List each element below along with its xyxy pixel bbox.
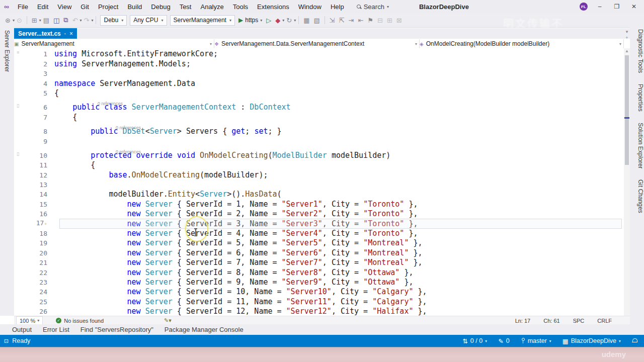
find-in-files-icon[interactable]: ▦ <box>301 17 311 24</box>
code-line[interactable]: 2using ServerManagement.Models; <box>14 59 624 68</box>
solution-platform-select-caret-icon[interactable]: ▾ <box>162 18 164 23</box>
start-debugging-button[interactable]: ▶ https ▾ <box>238 17 262 24</box>
menu-extensions[interactable]: Extensions <box>253 3 294 11</box>
menu-window[interactable]: Window <box>294 3 326 11</box>
notifications-bell-icon[interactable] <box>632 338 637 343</box>
menu-tools[interactable]: Tools <box>228 3 253 11</box>
breadcrumb-method[interactable]: ◈OnModelCreating(ModelBuilder modelBuild… <box>420 39 624 48</box>
solution-configuration-select[interactable]: Debu▾ <box>100 15 127 26</box>
tab-git-changes[interactable]: Git Changes <box>633 179 644 213</box>
start-without-debugging-icon[interactable]: ▷ <box>264 17 273 24</box>
code-line[interactable]: 12 base.OnModelCreating(modelBuilder); <box>14 170 624 179</box>
code-line[interactable]: 9 <box>14 136 624 146</box>
in-code-search-icon[interactable]: ▧ <box>311 17 321 24</box>
code-line[interactable]: ≡1using Microsoft.EntityFrameworkCore; <box>14 49 624 59</box>
code-line[interactable]: 13 <box>14 180 624 190</box>
code-line[interactable]: 4namespace ServerManagement.Data <box>14 78 624 88</box>
hot-reload-icon[interactable]: ◆ <box>273 17 282 24</box>
maximize-button[interactable]: ❐ <box>612 3 622 10</box>
panel-tab-output[interactable]: Output <box>12 326 32 333</box>
panel-tab-package-manager-console[interactable]: Package Manager Console <box>165 326 244 333</box>
git-branch-selector[interactable]: master ▾ <box>521 337 551 344</box>
startup-project-select-caret-icon[interactable]: ▾ <box>229 18 231 23</box>
tab-solution-explorer[interactable]: Solution Explorer <box>633 123 644 168</box>
navigate-forward-icon[interactable]: ⊙ <box>15 17 24 24</box>
breadcrumb-class-caret-icon[interactable]: ▾ <box>415 42 417 46</box>
code-line[interactable]: 21 new Server { ServerId = 7, Name = "Se… <box>14 258 624 267</box>
code-line[interactable]: 24 new Server { ServerId = 10, Name = "S… <box>14 287 624 297</box>
tab-properties[interactable]: Properties <box>633 84 644 112</box>
menu-build[interactable]: Build <box>123 3 146 11</box>
save-all-icon[interactable]: ⧉ <box>61 16 70 24</box>
panel-tab-find-serversrepository-[interactable]: Find "ServersRepository" <box>80 326 153 333</box>
quick-actions-marker-icon[interactable]: ⚬ <box>44 222 47 226</box>
code-line[interactable]: 18 new Server { ServerId = 4, Name = "Se… <box>14 229 624 238</box>
spaces-indicator[interactable]: SPC <box>573 318 585 324</box>
solution-configuration-select-caret-icon[interactable]: ▾ <box>121 18 123 23</box>
restart-icon[interactable]: ↻ <box>284 17 294 24</box>
sync-counts-indicator[interactable]: ⇅ 0 / 0 ▾ <box>462 337 487 345</box>
breadcrumb-method-caret-icon[interactable]: ▾ <box>619 42 621 46</box>
line-indicator[interactable]: Ln: 17 <box>515 318 531 324</box>
uncomment-icon[interactable]: ⇱ <box>337 17 347 24</box>
run-dropdown-caret-icon[interactable]: ▾ <box>260 18 262 23</box>
code-line[interactable]: 11 { <box>14 160 624 170</box>
code-line[interactable]: 0 references▯6 public class ServerManage… <box>14 98 624 112</box>
pending-edits-indicator[interactable]: ✎ 0 <box>498 337 509 345</box>
zoom-select[interactable]: 100 % ▾ <box>16 316 43 325</box>
column-indicator[interactable]: Ch: 61 <box>543 318 559 324</box>
code-line[interactable]: 22 new Server { ServerId = 8, Name = "Se… <box>14 267 624 277</box>
menu-git[interactable]: Git <box>76 3 94 11</box>
outdent-icon[interactable]: ⇤ <box>356 17 365 24</box>
next-bookmark-icon[interactable]: ⊞ <box>385 17 394 24</box>
scrollbar-thumb[interactable] <box>625 55 629 165</box>
search-box[interactable]: Search ▾ <box>357 3 389 11</box>
server-explorer-tab[interactable]: Server Explorer <box>4 30 11 72</box>
prev-bookmark-icon[interactable]: ⊟ <box>375 17 385 24</box>
open-file-icon[interactable]: ▤ <box>41 17 51 24</box>
startup-project-select[interactable]: ServerManagement▾ <box>170 15 235 26</box>
codelens-references[interactable]: 0 references <box>116 147 141 157</box>
menu-help[interactable]: Help <box>326 3 349 11</box>
tab-pin-icon[interactable]: ▫ <box>64 31 66 36</box>
tab-close-icon[interactable]: × <box>69 30 73 37</box>
code-line[interactable]: 17⚬ new Server { ServerId = 3, Name = "S… <box>14 219 624 228</box>
code-line[interactable]: 14 modelBuilder.Entity<Server>().HasData… <box>14 190 624 199</box>
code-line[interactable]: 7 { <box>14 112 624 122</box>
panel-tab-error-list[interactable]: Error List <box>43 326 69 333</box>
search-dropdown-caret-icon[interactable]: ▾ <box>387 5 389 9</box>
code-line[interactable]: 5{ <box>14 88 624 98</box>
breadcrumb-class[interactable]: ❖ServerManagement.Data.ServerManagementC… <box>214 39 420 48</box>
bookmark-icon[interactable]: ⚑ <box>365 17 375 24</box>
code-line[interactable]: 16 new Server { ServerId = 2, Name = "Se… <box>14 209 624 219</box>
solution-platform-select[interactable]: Any CPU▾ <box>130 15 167 26</box>
editor-split-controls[interactable]: ▾+ <box>624 29 630 47</box>
redo-icon-caret[interactable]: ▾ <box>91 18 93 23</box>
breadcrumb-project-caret-icon[interactable]: ▾ <box>210 42 212 46</box>
code-line[interactable]: 15 new Server { ServerId = 1, Name = "Se… <box>14 199 624 209</box>
undo-icon[interactable]: ↶ <box>70 17 80 24</box>
user-avatar[interactable]: FL <box>580 3 588 11</box>
code-line[interactable]: 0 references▯10 protected override void … <box>14 146 624 160</box>
code-line[interactable]: 23 new Server { ServerId = 9, Name = "Se… <box>14 278 624 287</box>
new-project-icon[interactable]: ⊞ <box>30 17 39 24</box>
codelens-references[interactable]: 0 references <box>98 99 123 109</box>
code-cleanup-icon[interactable]: ✎▾ <box>164 317 172 324</box>
menu-edit[interactable]: Edit <box>33 3 53 11</box>
scroll-up-icon[interactable]: ▲ <box>625 49 629 53</box>
document-tab[interactable]: Server...text.cs ▫ × <box>14 28 77 39</box>
clear-bookmarks-icon[interactable]: ⊠ <box>394 17 404 24</box>
document-health-indicator[interactable]: ✓ No issues found <box>56 318 104 324</box>
line-ending-indicator[interactable]: CRLF <box>597 318 612 324</box>
git-repo-selector[interactable]: ▦ BlazorDeepDive ▾ <box>562 337 621 345</box>
menu-project[interactable]: Project <box>94 3 123 11</box>
tab-diagnostic-tools[interactable]: Diagnostic Tools <box>633 29 644 73</box>
code-line[interactable]: 0 references8 public DbSet<Server> Serve… <box>14 122 624 136</box>
restart-icon-caret[interactable]: ▾ <box>294 18 296 23</box>
breadcrumb-project[interactable]: ▣ServerManagement▾ <box>14 39 214 48</box>
code-line[interactable]: 20 new Server { ServerId = 6, Name = "Se… <box>14 248 624 257</box>
code-line[interactable]: 3 <box>14 69 624 78</box>
vertical-scrollbar[interactable]: ▲ <box>624 48 630 316</box>
code-line[interactable]: 25 new Server { ServerId = 11, Name = "S… <box>14 297 624 306</box>
menu-test[interactable]: Test <box>175 3 196 11</box>
